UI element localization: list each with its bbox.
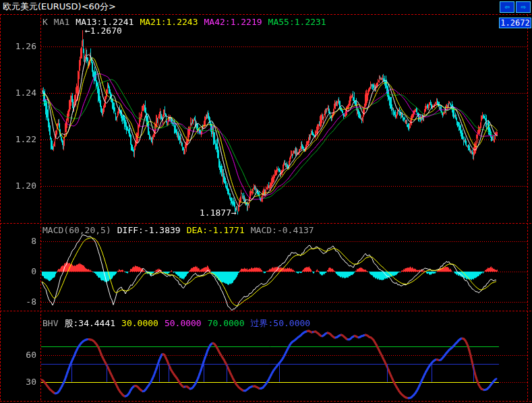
legend-item: DEA:-1.1771 xyxy=(187,225,245,235)
legend-item: MACD:-0.4137 xyxy=(251,225,314,235)
y-axis-tick: 1.26 xyxy=(0,41,36,51)
legend-item: 30.0000 xyxy=(121,318,158,328)
nav-buttons: ⇦ ⇨ xyxy=(500,1,531,13)
legend-item: 股:34.4441 xyxy=(64,318,115,328)
y-axis-tick: 1.22 xyxy=(0,134,36,144)
legend-item: 50.0000 xyxy=(165,318,202,328)
legend-item: K xyxy=(42,17,48,27)
legend-item: DIFF:-1.3839 xyxy=(117,225,181,235)
y-axis-tick: 60 xyxy=(0,350,36,360)
macd-panel-header: MACD(60,20,5)DIFF:-1.3839DEA:-1.1771MACD… xyxy=(42,225,314,235)
legend-item: 过界:50.0000 xyxy=(251,318,311,328)
scroll-right-button[interactable]: ⇨ xyxy=(516,1,531,13)
legend-item: 70.0000 xyxy=(208,318,245,328)
y-axis-tick: 8 xyxy=(0,236,36,246)
legend-item: MA55:1.2231 xyxy=(268,17,326,27)
title-bar: 欧元美元(EURUSD)<60分> ⇦ ⇨ xyxy=(0,0,532,14)
window-title: 欧元美元(EURUSD)<60分> xyxy=(3,1,116,11)
high-annotation: ←1.2670 xyxy=(85,26,122,36)
y-axis-tick: 1.24 xyxy=(0,88,36,98)
legend-item: MA42:1.2219 xyxy=(204,17,262,27)
y-axis-tick: 0 xyxy=(0,266,36,276)
bhv-panel-header: BHV股:34.444130.000050.000070.0000过界:50.0… xyxy=(42,318,310,328)
chart-canvas[interactable] xyxy=(0,0,532,403)
low-annotation: 1.1877→ xyxy=(200,208,237,218)
legend-item: MA1 xyxy=(54,17,69,27)
legend-item: MACD(60,20,5) xyxy=(42,225,111,235)
legend-item: BHV xyxy=(42,318,58,328)
chart-window: { "title_bar": { "title": "欧元美元(EURUSD)<… xyxy=(0,0,532,403)
latest-price-badge: 1.2672 xyxy=(499,18,531,28)
y-axis-tick: -8 xyxy=(0,297,36,307)
legend-item: MA21:1.2243 xyxy=(140,17,198,27)
y-axis-tick: 1.20 xyxy=(0,181,36,191)
y-axis-tick: 30 xyxy=(0,377,36,387)
scroll-left-button[interactable]: ⇦ xyxy=(500,1,514,13)
